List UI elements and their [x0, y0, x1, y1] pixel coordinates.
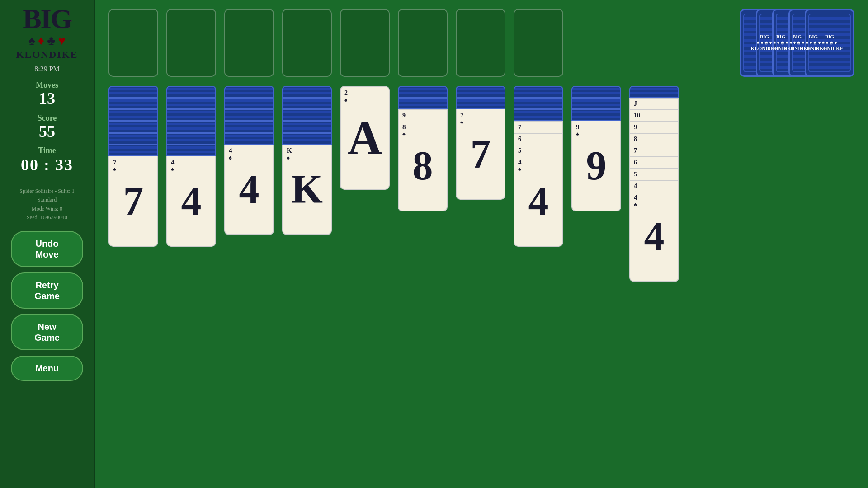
sidebar: BIG ♠ ♦ ♣ ♥ KLONDIKE 8:29 PM Moves 13 Sc… [0, 0, 95, 488]
col8-four-card[interactable]: 4♠ 4 [514, 156, 563, 247]
foundation-slot-7[interactable] [456, 9, 505, 77]
back-card [282, 98, 332, 109]
menu-button[interactable]: Menu [11, 356, 83, 381]
score-label: Score [38, 113, 57, 123]
score-value: 55 [38, 123, 57, 141]
col6-rank-tl: 8♠ [402, 124, 406, 137]
col10-four-peek: 4♠ [629, 180, 679, 192]
game-info-line3: Mode Wins: 0 [19, 205, 74, 213]
col8-rank-center: 4 [528, 181, 549, 221]
back-card [456, 86, 505, 98]
col6-nine-peek: 9♠ [398, 109, 448, 121]
col6-rank-center: 8 [413, 145, 433, 186]
undo-move-button[interactable]: UndoMove [11, 231, 83, 267]
moves-value: 13 [36, 90, 58, 108]
col10-five-peek: 5♠ [629, 168, 679, 180]
moves-label: Moves [36, 80, 58, 90]
logo-suits: ♠ ♦ ♣ ♥ [28, 33, 66, 48]
col7-rank-tl: 7♠ [460, 112, 464, 126]
back-card [224, 133, 274, 145]
foundation-slot-8[interactable] [514, 9, 563, 77]
back-card [398, 86, 448, 98]
col4-rank-tl: K♠ [287, 147, 292, 161]
current-time: 8:29 PM [34, 65, 60, 73]
back-card [282, 133, 332, 145]
back-card [571, 86, 621, 98]
back-card [166, 145, 216, 156]
foundation-slot-6[interactable] [398, 9, 448, 77]
new-game-button[interactable]: NewGame [11, 314, 83, 350]
col8-six-peek: 6♠ [514, 133, 563, 145]
foundation-slot-1[interactable] [108, 9, 158, 77]
back-card [108, 145, 158, 156]
foundation-slot-2[interactable] [166, 9, 216, 77]
col6-eight-card[interactable]: 8♠ 8 [398, 121, 448, 211]
back-card [571, 98, 621, 109]
back-card [108, 86, 158, 98]
time-label: Time [21, 146, 73, 155]
tableau-col-10: J♠ 10♠ 9♠ 8♠ 7♠ 6♠ 5♠ [629, 86, 679, 282]
back-card [224, 109, 274, 121]
back-card [224, 86, 274, 98]
col1-rank-tl: 7♠ [113, 159, 117, 173]
tableau-col-4: K♠ K [282, 86, 332, 235]
game-area: BIG♠ ♦ ♣ ♥KLONDIKE BIG♠ ♦ ♣ ♥KLONDIKE BI… [95, 0, 868, 488]
back-card [108, 133, 158, 145]
col10-rank-center: 4 [644, 216, 665, 257]
col5-corner-top: 2♠ [344, 89, 348, 103]
back-card [108, 98, 158, 109]
diamond-suit: ♦ [38, 33, 44, 48]
col9-face-card[interactable]: 9♠ 9 [571, 121, 621, 211]
tableau-col-2: 4♠ 4 [166, 86, 216, 247]
back-card [398, 98, 448, 109]
retry-game-button[interactable]: RetryGame [11, 272, 83, 309]
col9-rank-center: 9 [586, 145, 607, 186]
col10-rank-tl: 4♠ [634, 194, 637, 208]
logo-klondike: KLONDIKE [16, 49, 78, 61]
foundation-slot-5[interactable] [340, 9, 390, 77]
back-card [514, 109, 563, 121]
tableau-col-3: 4♠ 4 [224, 86, 274, 235]
game-info-line1: Spider Solitaire - Suits: 1 [19, 187, 74, 196]
heart-suit: ♥ [58, 33, 66, 48]
back-card [282, 86, 332, 98]
back-card [224, 98, 274, 109]
game-info-line4: Seed: 1696390040 [19, 213, 74, 222]
back-card [514, 86, 563, 98]
col10-ten-peek: 10♠ [629, 109, 679, 121]
col10-J-peek: J♠ [629, 98, 679, 109]
col8-five-peek: 5♠ [514, 145, 563, 156]
back-card [514, 98, 563, 109]
col8-seven-peek: 7♠ [514, 121, 563, 133]
col1-rank-center: 7 [123, 181, 144, 221]
col2-face-card[interactable]: 4♠ 4 [166, 156, 216, 247]
col1-face-card[interactable]: 7♠ 7 [108, 156, 158, 247]
col7-face-card[interactable]: 7♠ 7 [456, 109, 505, 200]
foundation-slot-3[interactable] [224, 9, 274, 77]
back-card [108, 121, 158, 133]
col3-face-card[interactable]: 4♠ 4 [224, 145, 274, 235]
back-card [166, 109, 216, 121]
col4-face-card[interactable]: K♠ K [282, 145, 332, 235]
top-row: BIG♠ ♦ ♣ ♥KLONDIKE BIG♠ ♦ ♣ ♥KLONDIKE BI… [108, 9, 854, 77]
back-card [629, 86, 679, 98]
col3-rank-tl: 4♠ [229, 147, 232, 161]
back-card [166, 86, 216, 98]
tableau-col-1: 7♠ 7 [108, 86, 158, 247]
stock-logo-5: BIG♠ ♦ ♣ ♥KLONDIKE [816, 34, 844, 52]
col10-four-card[interactable]: 4♠ 4 [629, 192, 679, 282]
back-card [456, 98, 505, 109]
col2-rank-tl: 4♠ [171, 159, 175, 173]
col10-nine-peek: 9♠ [629, 121, 679, 133]
game-info-line2: Standard [19, 196, 74, 204]
col5-ace-card[interactable]: 2♠ A [340, 86, 390, 190]
tableau-col-9: 9♠ 9 [571, 86, 621, 211]
logo-text: BIG [23, 5, 71, 33]
tableau-col-5: 2♠ A [340, 86, 390, 190]
col9-rank-tl: 9♠ [576, 124, 580, 137]
time-value: 00 : 33 [21, 155, 73, 174]
time-block: Time 00 : 33 [21, 146, 73, 174]
col10-eight-peek: 8♠ [629, 133, 679, 145]
club-suit: ♣ [47, 33, 55, 48]
foundation-slot-4[interactable] [282, 9, 332, 77]
